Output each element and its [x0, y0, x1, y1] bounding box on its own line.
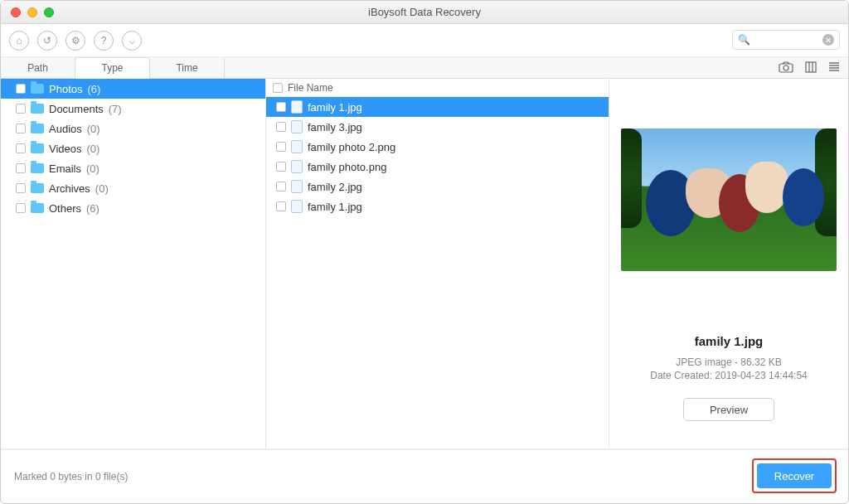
- sidebar-item-count: (0): [86, 162, 99, 175]
- refresh-icon[interactable]: ↺: [37, 31, 57, 51]
- sidebar-item-count: (0): [87, 123, 100, 135]
- sidebar-item-label: Archives: [49, 182, 90, 195]
- checkbox[interactable]: [16, 203, 26, 213]
- checkbox[interactable]: [16, 124, 26, 133]
- file-row[interactable]: family 1.jpg: [266, 97, 609, 117]
- image-file-icon: [291, 120, 303, 133]
- category-sidebar: Photos (6) Documents (7) Audios (0) Vide…: [1, 79, 266, 448]
- grid-view-icon[interactable]: [805, 61, 817, 75]
- svg-point-1: [784, 65, 788, 70]
- sidebar-item-label: Documents: [49, 103, 104, 115]
- clear-search-icon[interactable]: ✕: [822, 34, 834, 46]
- sidebar-item-label: Videos: [49, 143, 82, 155]
- checkbox[interactable]: [16, 84, 26, 94]
- checkbox[interactable]: [276, 142, 286, 152]
- file-name: family photo.png: [308, 161, 386, 173]
- folder-icon: [31, 124, 44, 133]
- folder-icon: [31, 183, 44, 193]
- preview-image: [621, 128, 837, 271]
- checkbox[interactable]: [276, 182, 286, 191]
- checkbox[interactable]: [276, 102, 286, 112]
- tab-time[interactable]: Time: [150, 57, 225, 78]
- recover-highlight: Recover: [752, 458, 837, 493]
- footer: Marked 0 bytes in 0 file(s) Recover: [1, 448, 848, 503]
- checkbox[interactable]: [16, 163, 26, 173]
- recover-button[interactable]: Recover: [757, 463, 832, 488]
- titlebar: iBoysoft Data Recovery: [1, 1, 848, 24]
- status-text: Marked 0 bytes in 0 file(s): [14, 471, 128, 482]
- sidebar-item-emails[interactable]: Emails (0): [1, 158, 265, 178]
- image-file-icon: [291, 200, 303, 213]
- sidebar-item-count: (6): [87, 83, 100, 95]
- gear-icon[interactable]: ⚙: [65, 31, 85, 51]
- preview-meta: JPEG image - 86.32 KB: [650, 356, 807, 368]
- file-row[interactable]: family 2.jpg: [266, 177, 609, 196]
- sidebar-item-others[interactable]: Others (6): [1, 198, 265, 218]
- window-title: iBoysoft Data Recovery: [1, 6, 848, 18]
- sidebar-item-documents[interactable]: Documents (7): [1, 99, 265, 119]
- folder-icon: [31, 104, 44, 114]
- preview-button[interactable]: Preview: [683, 398, 774, 421]
- toolbar: ⌂ ↺ ⚙ ? ⌵ 🔍 ✕: [1, 24, 848, 57]
- image-file-icon: [291, 160, 303, 173]
- file-row[interactable]: family photo 2.png: [266, 137, 609, 157]
- search-icon: 🔍: [738, 34, 750, 46]
- sidebar-item-label: Photos: [49, 83, 82, 95]
- sidebar-item-count: (0): [87, 143, 100, 155]
- checkbox[interactable]: [276, 162, 286, 172]
- list-view-icon[interactable]: [828, 61, 840, 75]
- sidebar-item-count: (0): [95, 182, 109, 195]
- sidebar-item-photos[interactable]: Photos (6): [1, 79, 265, 99]
- image-file-icon: [291, 140, 303, 153]
- tab-path[interactable]: Path: [1, 57, 75, 78]
- sidebar-item-archives[interactable]: Archives (0): [1, 178, 265, 198]
- sidebar-item-label: Emails: [49, 162, 81, 175]
- file-name: family 1.jpg: [308, 101, 362, 114]
- svg-rect-2: [806, 62, 816, 72]
- checkbox[interactable]: [276, 201, 286, 211]
- help-icon[interactable]: ?: [94, 31, 114, 51]
- folder-icon: [31, 84, 44, 94]
- sidebar-item-count: (6): [86, 202, 99, 215]
- image-file-icon: [291, 180, 303, 193]
- file-name: family 1.jpg: [308, 201, 362, 213]
- checkbox[interactable]: [16, 104, 26, 114]
- file-name: family 2.jpg: [308, 181, 362, 193]
- tab-type[interactable]: Type: [75, 57, 150, 79]
- folder-icon: [31, 163, 44, 173]
- preview-date: Date Created: 2019-04-23 14:44:54: [650, 370, 807, 381]
- file-row[interactable]: family photo.png: [266, 157, 609, 177]
- home-icon[interactable]: ⌂: [9, 31, 29, 51]
- folder-icon: [31, 143, 44, 153]
- checkbox[interactable]: [16, 143, 26, 153]
- sidebar-item-label: Others: [49, 202, 81, 215]
- checkbox[interactable]: [276, 122, 286, 132]
- camera-icon[interactable]: [779, 61, 793, 75]
- file-name: family 3.jpg: [308, 121, 362, 133]
- file-row[interactable]: family 3.jpg: [266, 117, 609, 137]
- preview-panel: family 1.jpg JPEG image - 86.32 KB Date …: [609, 79, 848, 448]
- file-name: family photo 2.png: [308, 141, 395, 153]
- tab-row: Path Type Time: [1, 57, 848, 79]
- sidebar-item-audios[interactable]: Audios (0): [1, 119, 265, 138]
- cart-icon[interactable]: ⌵: [122, 31, 142, 51]
- select-all-checkbox[interactable]: [273, 83, 283, 93]
- file-row[interactable]: family 1.jpg: [266, 196, 609, 216]
- folder-icon: [31, 203, 44, 213]
- file-list-header-label: File Name: [288, 82, 333, 94]
- file-list-header[interactable]: File Name: [266, 79, 609, 97]
- sidebar-item-label: Audios: [49, 123, 82, 135]
- checkbox[interactable]: [16, 183, 26, 193]
- file-list: File Name family 1.jpg family 3.jpg fami…: [266, 79, 609, 448]
- image-file-icon: [291, 100, 303, 114]
- preview-filename: family 1.jpg: [650, 334, 807, 348]
- search-input[interactable]: 🔍 ✕: [732, 30, 840, 50]
- sidebar-item-videos[interactable]: Videos (0): [1, 138, 265, 158]
- sidebar-item-count: (7): [109, 103, 122, 115]
